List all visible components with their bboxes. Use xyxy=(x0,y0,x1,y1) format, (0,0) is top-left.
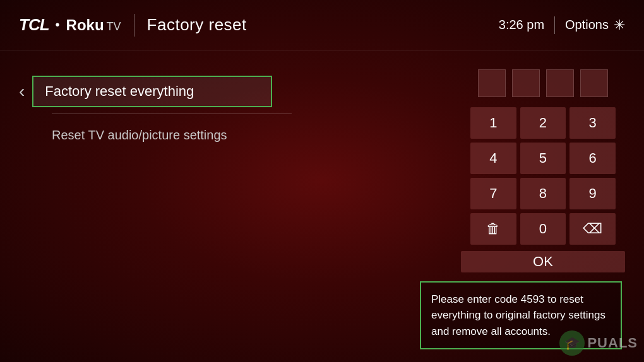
pin-box-3 xyxy=(546,69,574,97)
time-display: 3:26 pm xyxy=(499,18,544,32)
right-panel: 1 2 3 4 5 6 7 8 9 🗑 0 ⌫ OK Please enter … xyxy=(461,69,625,349)
roku-tv-logo: Roku TV xyxy=(66,16,121,34)
num-9-button[interactable]: 9 xyxy=(569,178,616,209)
reset-audio-picture-item[interactable]: Reset TV audio/picture settings xyxy=(52,123,461,148)
num-1-button[interactable]: 1 xyxy=(470,107,516,139)
options-button[interactable]: Options ✳ xyxy=(565,17,625,33)
dot-separator: • xyxy=(56,18,60,32)
factory-reset-everything-item[interactable]: Factory reset everything xyxy=(32,76,272,107)
page-title: Factory reset xyxy=(147,15,247,35)
num-3-button[interactable]: 3 xyxy=(569,107,616,139)
num-6-button[interactable]: 6 xyxy=(569,143,616,174)
pin-box-2 xyxy=(512,69,540,97)
reset-audio-picture-label: Reset TV audio/picture settings xyxy=(52,128,227,142)
pin-display xyxy=(478,69,608,97)
backspace-button[interactable]: ⌫ xyxy=(569,213,616,245)
ok-button[interactable]: OK xyxy=(461,251,625,272)
num-5-button[interactable]: 5 xyxy=(520,143,566,174)
watermark: 🎓 PUALS xyxy=(559,330,638,356)
num-7-button[interactable]: 7 xyxy=(470,178,516,209)
watermark-icon: 🎓 xyxy=(559,330,585,356)
menu-divider xyxy=(52,114,292,114)
main-content: ‹ Factory reset everything Reset TV audi… xyxy=(0,50,644,362)
back-arrow-icon[interactable]: ‹ xyxy=(19,83,25,100)
num-8-button[interactable]: 8 xyxy=(520,178,566,209)
num-2-button[interactable]: 2 xyxy=(520,107,566,139)
numpad: 1 2 3 4 5 6 7 8 9 🗑 0 ⌫ xyxy=(470,107,616,245)
num-4-button[interactable]: 4 xyxy=(470,143,516,174)
num-0-button[interactable]: 0 xyxy=(520,213,566,245)
header-right: 3:26 pm Options ✳ xyxy=(499,16,625,34)
delete-button[interactable]: 🗑 xyxy=(470,213,516,245)
options-icon: ✳ xyxy=(614,17,625,33)
header-right-divider xyxy=(554,16,555,34)
ok-label: OK xyxy=(533,254,553,270)
tcl-logo: TCL xyxy=(19,15,49,35)
left-panel: ‹ Factory reset everything Reset TV audi… xyxy=(19,69,461,349)
logo-area: TCL • Roku TV xyxy=(19,15,121,35)
header: TCL • Roku TV Factory reset 3:26 pm Opti… xyxy=(0,0,644,50)
roku-label: Roku xyxy=(66,16,104,34)
watermark-text: PUALS xyxy=(587,335,638,351)
back-row: ‹ Factory reset everything xyxy=(19,76,461,107)
options-label: Options xyxy=(565,18,609,32)
tv-label: TV xyxy=(107,20,121,33)
pin-box-4 xyxy=(580,69,608,97)
header-divider xyxy=(134,14,134,37)
pin-box-1 xyxy=(478,69,506,97)
factory-reset-label: Factory reset everything xyxy=(45,83,194,99)
